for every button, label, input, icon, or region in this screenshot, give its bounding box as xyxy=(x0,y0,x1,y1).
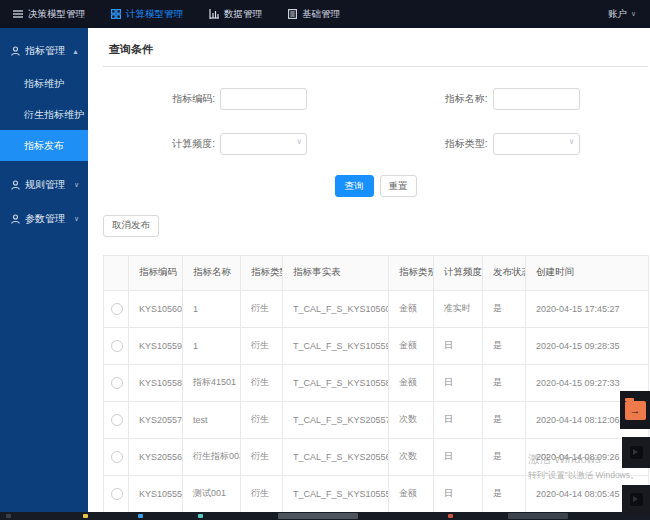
table-cell: 是 xyxy=(483,401,526,438)
radio-cell[interactable] xyxy=(104,475,129,512)
form-buttons: 查询 重置 xyxy=(103,175,648,197)
table-cell: T_CAL_F_S_KYS20556_D xyxy=(283,438,389,475)
table-cell: 是 xyxy=(483,290,526,327)
nav-item-label: 决策模型管理 xyxy=(28,8,85,21)
nav-item-base-mgmt[interactable]: 基础管理 xyxy=(275,0,353,28)
grid-icon xyxy=(111,9,121,19)
table-cell: 日 xyxy=(434,438,483,475)
nav-item-label: 计算模型管理 xyxy=(126,8,183,21)
screen-widget-button[interactable] xyxy=(622,437,650,468)
radio-cell[interactable] xyxy=(104,364,129,401)
row-radio[interactable] xyxy=(111,488,123,500)
taskbar-icon[interactable] xyxy=(83,514,88,518)
taskbar-icon[interactable] xyxy=(6,514,11,518)
row-radio[interactable] xyxy=(111,303,123,315)
nav-item-compute-model[interactable]: 计算模型管理 xyxy=(98,0,196,28)
sidebar-item-indicator-maintain[interactable]: 指标维护 xyxy=(0,68,88,99)
column-header: 指标编码 xyxy=(129,255,183,290)
windows-taskbar[interactable] xyxy=(0,512,650,520)
radio-cell[interactable] xyxy=(104,290,129,327)
taskbar-icon[interactable] xyxy=(448,514,453,518)
top-navbar: 决策模型管理 计算模型管理 数据管理 基础管理 账户 ∨ xyxy=(0,0,650,28)
table-cell: test xyxy=(183,401,241,438)
table-cell: 2020-04-15 17:45:27 xyxy=(526,290,649,327)
person-icon xyxy=(11,46,20,56)
table-cell: 日 xyxy=(434,327,483,364)
radio-cell[interactable] xyxy=(104,438,129,475)
sidebar-group-rule-mgmt[interactable]: 规则管理 ∨ xyxy=(0,168,88,202)
table-cell: 衍生 xyxy=(241,290,283,327)
table-cell: T_CAL_F_S_KYS20557_D xyxy=(283,401,389,438)
table-cell: 准实时 xyxy=(434,290,483,327)
table-row: KYS105601衍生T_CAL_F_S_KYS10560_R金额准实时是202… xyxy=(104,290,649,327)
table-row: KYS105591衍生T_CAL_F_S_KYS10559_D金额日是2020-… xyxy=(104,327,649,364)
calc-frequency-select[interactable] xyxy=(220,133,307,155)
table-cell: KYS10558 xyxy=(129,364,183,401)
table-cell: T_CAL_F_S_KYS10558_D xyxy=(283,364,389,401)
column-header: 指标类别 xyxy=(389,255,434,290)
indicator-code-input[interactable] xyxy=(220,88,307,110)
indicator-name-label: 指标名称: xyxy=(376,92,493,106)
query-section-title: 查询条件 xyxy=(109,42,650,57)
sidebar-item-indicator-publish[interactable]: 指标发布 xyxy=(0,130,88,161)
nav-item-label: 数据管理 xyxy=(224,8,262,21)
screen-widget-open-button[interactable]: → xyxy=(620,391,650,429)
table-cell: T_CAL_F_S_KYS10560_R xyxy=(283,290,389,327)
table-cell: T_CAL_F_S_KYS10555_D xyxy=(283,475,389,512)
table-cell: 金额 xyxy=(389,364,434,401)
sidebar-group-param-mgmt[interactable]: 参数管理 ∨ xyxy=(0,202,88,236)
table-cell: KYS20556 xyxy=(129,438,183,475)
row-radio[interactable] xyxy=(111,340,123,352)
table-cell: 日 xyxy=(434,401,483,438)
column-header: 计算频度 xyxy=(434,255,483,290)
person-icon xyxy=(11,214,20,224)
screen-widget-button[interactable] xyxy=(622,485,650,514)
nav-item-decision-model[interactable]: 决策模型管理 xyxy=(0,0,98,28)
table-row: KYS20556衍生指标003衍生T_CAL_F_S_KYS20556_D次数日… xyxy=(104,438,649,475)
cancel-publish-button[interactable]: 取消发布 xyxy=(103,215,159,237)
results-table: 指标编码 指标名称 指标类型 指标事实表 指标类别 计算频度 发布状态 创建时间… xyxy=(103,255,649,513)
person-icon xyxy=(11,180,20,190)
table-cell: 金额 xyxy=(389,475,434,512)
table-cell: 是 xyxy=(483,438,526,475)
taskbar-icon[interactable] xyxy=(508,513,568,519)
chevron-down-icon: ∨ xyxy=(74,181,79,189)
sidebar-group-indicator-mgmt[interactable]: 指标管理 ▲ xyxy=(0,34,88,68)
chevron-up-icon: ▲ xyxy=(72,48,79,55)
account-menu[interactable]: 账户 ∨ xyxy=(594,8,650,21)
reset-button[interactable]: 重置 xyxy=(380,175,417,197)
row-radio[interactable] xyxy=(111,451,123,463)
taskbar-icon[interactable] xyxy=(198,514,203,518)
menu-list-icon xyxy=(13,9,23,19)
taskbar-icon[interactable] xyxy=(138,514,143,518)
table-cell: 测试001 xyxy=(183,475,241,512)
radio-cell[interactable] xyxy=(104,401,129,438)
sidebar-group-label: 指标管理 xyxy=(25,44,72,58)
column-header: 发布状态 xyxy=(483,255,526,290)
table-cell: 次数 xyxy=(389,438,434,475)
table-cell: 衍生 xyxy=(241,475,283,512)
column-header: 创建时间 xyxy=(526,255,649,290)
table-cell: KYS10560 xyxy=(129,290,183,327)
radio-cell[interactable] xyxy=(104,327,129,364)
indicator-name-input[interactable] xyxy=(493,88,580,110)
table-cell: 2020-04-15 09:28:35 xyxy=(526,327,649,364)
table-row: KYS20557test衍生T_CAL_F_S_KYS20557_D次数日是20… xyxy=(104,401,649,438)
row-radio[interactable] xyxy=(111,377,123,389)
chevron-down-icon: ∨ xyxy=(631,10,636,18)
table-cell: 衍生 xyxy=(241,438,283,475)
row-radio[interactable] xyxy=(111,414,123,426)
sidebar-item-label: 指标维护 xyxy=(24,77,64,91)
sidebar-item-derived-indicator-maintain[interactable]: 衍生指标维护 xyxy=(0,99,88,130)
table-cell: 是 xyxy=(483,327,526,364)
taskbar-icon[interactable] xyxy=(278,513,358,519)
table-cell: 金额 xyxy=(389,327,434,364)
indicator-type-select[interactable] xyxy=(493,133,580,155)
divider xyxy=(103,66,648,67)
search-button[interactable]: 查询 xyxy=(335,175,374,197)
nav-item-data-mgmt[interactable]: 数据管理 xyxy=(196,0,275,28)
sidebar-group-label: 参数管理 xyxy=(25,212,74,226)
document-icon xyxy=(288,9,297,19)
table-cell: 日 xyxy=(434,364,483,401)
column-header: 指标类型 xyxy=(241,255,283,290)
